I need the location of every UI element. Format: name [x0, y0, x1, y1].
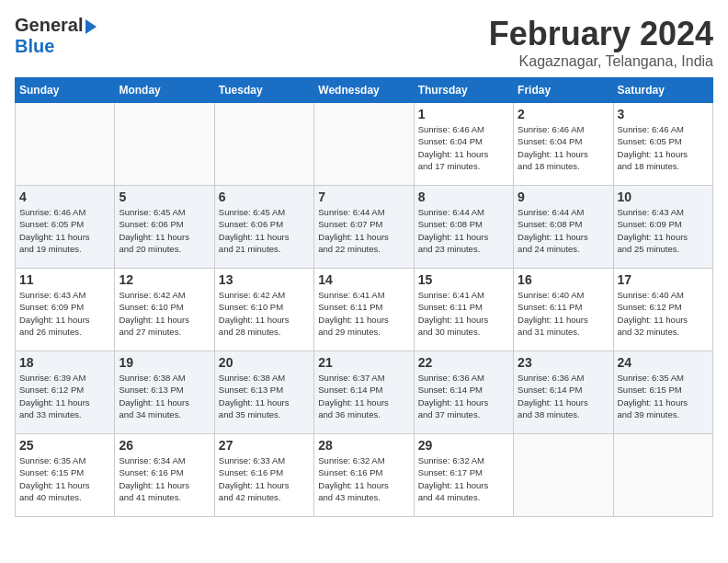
day-header-thursday: Thursday [414, 78, 513, 103]
day-info: Sunrise: 6:38 AM Sunset: 6:13 PM Dayligh… [219, 372, 310, 420]
day-cell [613, 434, 712, 517]
day-number: 28 [318, 438, 409, 453]
week-row-2: 11Sunrise: 6:43 AM Sunset: 6:09 PM Dayli… [16, 269, 713, 351]
day-cell: 26Sunrise: 6:34 AM Sunset: 6:16 PM Dayli… [115, 434, 214, 517]
day-cell: 9Sunrise: 6:44 AM Sunset: 6:08 PM Daylig… [514, 186, 613, 269]
day-info: Sunrise: 6:46 AM Sunset: 6:04 PM Dayligh… [518, 123, 609, 172]
day-info: Sunrise: 6:43 AM Sunset: 6:09 PM Dayligh… [19, 289, 110, 338]
day-cell: 10Sunrise: 6:43 AM Sunset: 6:09 PM Dayli… [613, 186, 712, 269]
day-info: Sunrise: 6:42 AM Sunset: 6:10 PM Dayligh… [119, 289, 210, 338]
calendar-body: 1Sunrise: 6:46 AM Sunset: 6:04 PM Daylig… [16, 103, 713, 517]
week-row-1: 4Sunrise: 6:46 AM Sunset: 6:05 PM Daylig… [16, 186, 713, 269]
day-info: Sunrise: 6:35 AM Sunset: 6:15 PM Dayligh… [618, 372, 709, 420]
day-info: Sunrise: 6:46 AM Sunset: 6:05 PM Dayligh… [19, 206, 110, 255]
day-number: 18 [19, 355, 110, 370]
week-row-3: 18Sunrise: 6:39 AM Sunset: 6:12 PM Dayli… [16, 351, 713, 434]
day-number: 27 [219, 438, 310, 453]
day-cell: 1Sunrise: 6:46 AM Sunset: 6:04 PM Daylig… [414, 103, 513, 186]
day-number: 15 [418, 272, 509, 287]
day-header-saturday: Saturday [613, 78, 712, 103]
day-cell [514, 434, 613, 517]
day-header-monday: Monday [115, 78, 214, 103]
day-info: Sunrise: 6:39 AM Sunset: 6:12 PM Dayligh… [19, 372, 110, 420]
day-cell: 5Sunrise: 6:45 AM Sunset: 6:06 PM Daylig… [115, 186, 214, 269]
day-cell [314, 103, 414, 186]
day-info: Sunrise: 6:36 AM Sunset: 6:14 PM Dayligh… [518, 372, 609, 420]
day-number: 29 [418, 438, 509, 453]
day-number: 16 [518, 272, 609, 287]
day-number: 19 [119, 355, 210, 370]
day-cell: 23Sunrise: 6:36 AM Sunset: 6:14 PM Dayli… [514, 351, 613, 434]
day-cell: 4Sunrise: 6:46 AM Sunset: 6:05 PM Daylig… [16, 186, 115, 269]
day-cell: 7Sunrise: 6:44 AM Sunset: 6:07 PM Daylig… [314, 186, 414, 269]
week-row-0: 1Sunrise: 6:46 AM Sunset: 6:04 PM Daylig… [16, 103, 713, 186]
day-cell: 20Sunrise: 6:38 AM Sunset: 6:13 PM Dayli… [214, 351, 313, 434]
day-number: 9 [518, 190, 609, 204]
day-info: Sunrise: 6:38 AM Sunset: 6:13 PM Dayligh… [119, 372, 210, 420]
day-cell: 3Sunrise: 6:46 AM Sunset: 6:05 PM Daylig… [613, 103, 712, 186]
day-cell: 11Sunrise: 6:43 AM Sunset: 6:09 PM Dayli… [16, 269, 115, 351]
day-cell: 27Sunrise: 6:33 AM Sunset: 6:16 PM Dayli… [214, 434, 313, 517]
day-cell: 16Sunrise: 6:40 AM Sunset: 6:11 PM Dayli… [514, 269, 613, 351]
day-number: 4 [19, 190, 110, 204]
day-cell: 15Sunrise: 6:41 AM Sunset: 6:11 PM Dayli… [414, 269, 513, 351]
day-info: Sunrise: 6:42 AM Sunset: 6:10 PM Dayligh… [219, 289, 310, 338]
calendar-header-row: SundayMondayTuesdayWednesdayThursdayFrid… [16, 78, 713, 103]
day-number: 14 [318, 272, 409, 287]
day-cell: 6Sunrise: 6:45 AM Sunset: 6:06 PM Daylig… [214, 186, 313, 269]
day-info: Sunrise: 6:46 AM Sunset: 6:04 PM Dayligh… [418, 123, 509, 172]
day-number: 7 [318, 190, 409, 204]
day-number: 8 [418, 190, 509, 204]
day-number: 25 [19, 438, 110, 453]
day-cell: 12Sunrise: 6:42 AM Sunset: 6:10 PM Dayli… [115, 269, 214, 351]
day-info: Sunrise: 6:44 AM Sunset: 6:08 PM Dayligh… [518, 206, 609, 255]
day-cell [214, 103, 313, 186]
day-info: Sunrise: 6:45 AM Sunset: 6:06 PM Dayligh… [219, 206, 310, 255]
location-title: Kagaznagar, Telangana, India [489, 53, 713, 70]
day-number: 1 [418, 107, 509, 121]
day-cell: 14Sunrise: 6:41 AM Sunset: 6:11 PM Dayli… [314, 269, 414, 351]
day-cell: 8Sunrise: 6:44 AM Sunset: 6:08 PM Daylig… [414, 186, 513, 269]
day-cell: 18Sunrise: 6:39 AM Sunset: 6:12 PM Dayli… [16, 351, 115, 434]
day-number: 21 [318, 355, 409, 370]
day-cell [115, 103, 214, 186]
day-info: Sunrise: 6:44 AM Sunset: 6:07 PM Dayligh… [318, 206, 409, 255]
day-info: Sunrise: 6:41 AM Sunset: 6:11 PM Dayligh… [318, 289, 409, 338]
day-info: Sunrise: 6:32 AM Sunset: 6:17 PM Dayligh… [418, 454, 509, 503]
day-header-sunday: Sunday [16, 78, 115, 103]
day-info: Sunrise: 6:44 AM Sunset: 6:08 PM Dayligh… [418, 206, 509, 255]
day-cell: 19Sunrise: 6:38 AM Sunset: 6:13 PM Dayli… [115, 351, 214, 434]
calendar-table: SundayMondayTuesdayWednesdayThursdayFrid… [15, 77, 713, 517]
day-cell [16, 103, 115, 186]
day-number: 3 [618, 107, 709, 121]
day-info: Sunrise: 6:34 AM Sunset: 6:16 PM Dayligh… [119, 454, 210, 503]
logo: General Blue [15, 15, 97, 57]
day-number: 12 [119, 272, 210, 287]
day-number: 22 [418, 355, 509, 370]
day-info: Sunrise: 6:41 AM Sunset: 6:11 PM Dayligh… [418, 289, 509, 338]
logo-arrow-icon [85, 19, 97, 34]
day-info: Sunrise: 6:32 AM Sunset: 6:16 PM Dayligh… [318, 454, 409, 503]
day-info: Sunrise: 6:35 AM Sunset: 6:15 PM Dayligh… [19, 454, 110, 503]
day-number: 5 [119, 190, 210, 204]
day-cell: 2Sunrise: 6:46 AM Sunset: 6:04 PM Daylig… [514, 103, 613, 186]
day-number: 10 [618, 190, 709, 204]
day-number: 13 [219, 272, 310, 287]
title-area: February 2024 Kagaznagar, Telangana, Ind… [489, 15, 713, 70]
day-info: Sunrise: 6:33 AM Sunset: 6:16 PM Dayligh… [219, 454, 310, 503]
day-header-friday: Friday [514, 78, 613, 103]
month-title: February 2024 [489, 15, 713, 53]
day-info: Sunrise: 6:46 AM Sunset: 6:05 PM Dayligh… [618, 123, 709, 172]
day-header-tuesday: Tuesday [214, 78, 313, 103]
day-info: Sunrise: 6:36 AM Sunset: 6:14 PM Dayligh… [418, 372, 509, 420]
day-info: Sunrise: 6:43 AM Sunset: 6:09 PM Dayligh… [618, 206, 709, 255]
day-info: Sunrise: 6:37 AM Sunset: 6:14 PM Dayligh… [318, 372, 409, 420]
header: General Blue February 2024 Kagaznagar, T… [15, 15, 713, 70]
day-cell: 28Sunrise: 6:32 AM Sunset: 6:16 PM Dayli… [314, 434, 414, 517]
day-number: 11 [19, 272, 110, 287]
day-header-wednesday: Wednesday [314, 78, 414, 103]
logo-general: General [15, 15, 83, 36]
day-info: Sunrise: 6:45 AM Sunset: 6:06 PM Dayligh… [119, 206, 210, 255]
day-cell: 29Sunrise: 6:32 AM Sunset: 6:17 PM Dayli… [414, 434, 513, 517]
day-number: 24 [618, 355, 709, 370]
